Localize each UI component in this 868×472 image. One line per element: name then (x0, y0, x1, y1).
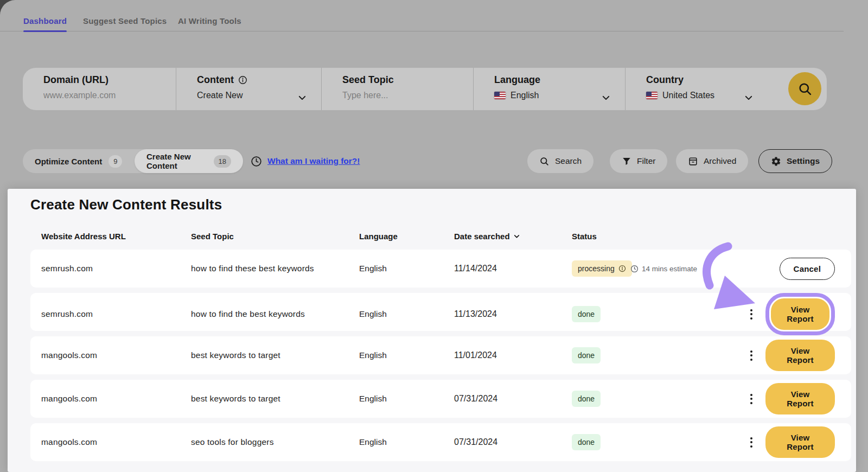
kebab-menu-icon[interactable] (746, 307, 757, 322)
language-field[interactable]: Language English (473, 68, 625, 110)
domain-input[interactable] (43, 91, 141, 100)
row-date-searched: 11/13/2024 (454, 309, 572, 319)
us-flag-icon (494, 92, 506, 99)
row-language: English (359, 350, 454, 360)
sort-chevron-down-icon[interactable] (513, 233, 520, 240)
filter-button[interactable]: Filter (610, 149, 667, 173)
content-label: Content (197, 74, 234, 86)
content-field[interactable]: Content Create New (176, 68, 321, 110)
create-new-content-count-badge: 18 (214, 155, 231, 168)
archive-box-icon (688, 156, 698, 167)
row-language: English (359, 394, 454, 404)
row-website-url: mangools.com (41, 394, 191, 404)
row-status-cell: done (572, 391, 630, 407)
row-website-url: semrush.com (41, 264, 191, 273)
row-website-url: mangools.com (41, 350, 191, 360)
info-icon[interactable] (618, 265, 626, 272)
kebab-menu-icon[interactable] (746, 348, 757, 363)
row-action-button[interactable]: Cancel (780, 258, 835, 280)
info-icon[interactable] (238, 75, 247, 85)
action-button-wrap: View Report (765, 426, 835, 458)
chevron-down-icon[interactable] (297, 93, 307, 103)
row-status-cell: done (572, 306, 630, 322)
column-header-language: Language (359, 232, 454, 241)
search-form-bar: Domain (URL) Content Create New Seed Top… (23, 68, 827, 110)
row-date-searched: 11/01/2024 (454, 350, 572, 360)
settings-button-label: Settings (787, 156, 820, 166)
tab-create-new-content[interactable]: Create New Content 18 (135, 149, 243, 173)
kebab-menu-icon[interactable] (746, 435, 757, 450)
nav-tab-dashboard[interactable]: Dashboard (23, 16, 67, 25)
row-status-cell: processing (572, 260, 630, 277)
search-icon (797, 81, 813, 97)
results-title: Create New Content Results (30, 196, 222, 213)
action-button-wrap: View Report (765, 340, 835, 371)
results-table-header: Website Address URL Seed Topic Language … (30, 228, 851, 244)
nav-tab-suggest-seed-topics[interactable]: Suggest Seed Topics (83, 16, 167, 25)
settings-button[interactable]: Settings (758, 149, 832, 173)
search-icon (539, 156, 550, 167)
what-am-i-waiting-for-link[interactable]: What am I waiting for?! (267, 156, 360, 166)
waiting-info: What am I waiting for?! (251, 149, 360, 173)
country-select-value[interactable]: United States (662, 91, 714, 100)
app-page: Dashboard Suggest Seed Topics AI Writing… (0, 0, 868, 472)
table-row: mangools.com best keywords to target Eng… (30, 336, 851, 374)
row-action-button[interactable]: View Report (765, 383, 835, 414)
gear-icon (771, 156, 781, 167)
status-badge: done (572, 347, 601, 363)
row-language: English (359, 264, 454, 273)
search-button[interactable]: Search (527, 149, 593, 173)
action-button-wrap: Cancel (780, 258, 835, 280)
status-badge: done (572, 391, 601, 407)
clock-icon (630, 265, 639, 273)
status-badge: done (572, 434, 601, 450)
row-seed-topic: seo tools for bloggers (191, 437, 359, 447)
nav-tab-ai-writing-tools[interactable]: AI Writing Tools (178, 16, 241, 25)
row-action-button[interactable]: View Report (771, 298, 829, 330)
tab-create-new-content-label: Create New Content (146, 152, 207, 170)
row-action-cell: View Report (765, 293, 835, 335)
search-button-label: Search (555, 156, 582, 166)
seed-topic-label: Seed Topic (342, 74, 473, 86)
us-flag-icon (646, 92, 658, 99)
language-select-value[interactable]: English (510, 91, 539, 100)
language-label: Language (494, 74, 625, 86)
row-date-searched: 11/14/2024 (454, 264, 572, 273)
seed-topic-input[interactable] (342, 91, 440, 100)
table-row: mangools.com seo tools for bloggers Engl… (30, 423, 851, 461)
country-field[interactable]: Country United States (625, 68, 786, 110)
row-website-url: mangools.com (41, 437, 191, 447)
chevron-down-icon[interactable] (601, 93, 611, 103)
seed-topic-field: Seed Topic (321, 68, 473, 110)
row-status-cell: done (572, 347, 630, 363)
optimize-content-count-badge: 9 (108, 155, 122, 168)
archived-button[interactable]: Archived (676, 149, 748, 173)
top-navigation: Dashboard Suggest Seed Topics AI Writing… (0, 0, 844, 31)
tab-optimize-content-label: Optimize Content (35, 157, 102, 166)
chevron-down-icon[interactable] (744, 93, 754, 103)
row-status-cell: done (572, 434, 630, 450)
kebab-menu-icon[interactable] (746, 392, 757, 406)
row-action-button[interactable]: View Report (765, 340, 835, 371)
action-button-wrap: View Report (765, 293, 835, 335)
filter-button-label: Filter (637, 156, 655, 166)
filter-funnel-icon (622, 156, 631, 166)
row-language: English (359, 437, 454, 447)
column-header-website-url: Website Address URL (41, 232, 191, 241)
table-row: semrush.com how to find these best keywo… (30, 250, 851, 288)
submit-search-button[interactable] (788, 72, 821, 105)
column-header-status: Status (572, 232, 630, 241)
table-row: semrush.com how to find the best keyword… (30, 293, 851, 331)
row-action-button[interactable]: View Report (765, 426, 835, 458)
row-action-cell: View Report (765, 383, 835, 414)
column-header-date-searched[interactable]: Date searched (454, 232, 572, 241)
row-seed-topic: how to find the best keywords (191, 309, 359, 319)
country-label: Country (646, 74, 786, 86)
row-language: English (359, 309, 454, 319)
row-seed-topic: best keywords to target (191, 350, 359, 360)
row-action-cell: Cancel (765, 258, 835, 280)
status-badge: processing (572, 260, 632, 277)
archived-button-label: Archived (704, 156, 736, 166)
results-rows: semrush.com how to find these best keywo… (30, 250, 851, 467)
results-toolbar: Optimize Content 9 Create New Content 18… (0, 149, 868, 173)
